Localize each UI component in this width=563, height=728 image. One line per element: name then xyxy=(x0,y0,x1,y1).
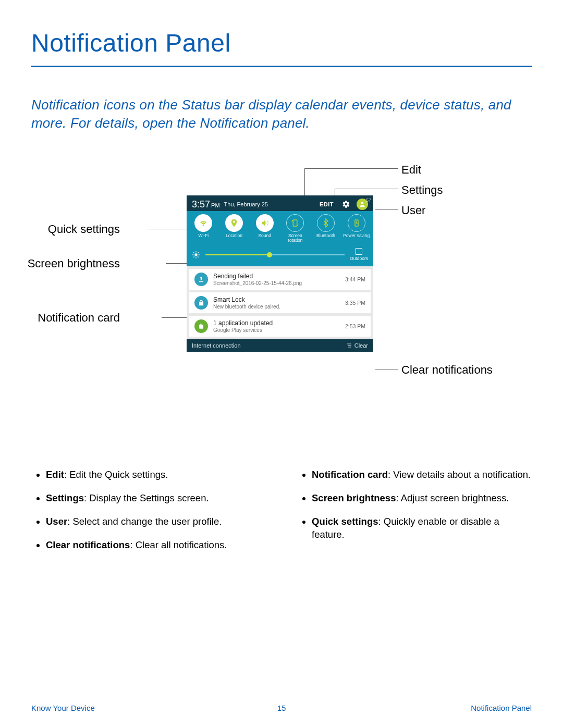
bullet-qs: Quick settings: Quickly enable or disabl… xyxy=(312,515,532,541)
bag-icon xyxy=(194,319,208,333)
svg-point-3 xyxy=(194,253,197,256)
upload-icon xyxy=(194,273,208,286)
card-time: 3:44 PM xyxy=(345,276,365,282)
status-date: Thu, February 25 xyxy=(224,201,268,207)
svg-rect-1 xyxy=(293,220,298,226)
card-time: 2:53 PM xyxy=(345,323,365,329)
quick-settings-row: Wi-Fi Location Sound Screen rotation Blu… xyxy=(187,211,373,244)
gear-icon[interactable] xyxy=(341,200,350,209)
callout-quick-settings: Quick settings xyxy=(48,223,120,236)
footer-right: Notification Panel xyxy=(471,704,532,712)
connector xyxy=(335,189,398,189)
lock-icon xyxy=(194,296,208,310)
bullets-right: Notification card: View details about a … xyxy=(297,468,532,562)
bullet-clear: Clear notifications: Clear all notificat… xyxy=(46,539,266,552)
qs-location[interactable]: Location xyxy=(221,214,248,243)
title-rule xyxy=(31,66,532,67)
bullet-brightness: Screen brightness: Adjust screen brightn… xyxy=(312,492,532,505)
battery-badge: 57 xyxy=(366,198,371,203)
bullets-columns: Edit: Edit the Quick settings. Settings:… xyxy=(31,468,532,562)
page-title: Notification Panel xyxy=(31,29,532,57)
connector xyxy=(166,263,188,264)
bullet-settings: Settings: Display the Settings screen. xyxy=(46,492,266,505)
card-time: 3:35 PM xyxy=(345,300,365,306)
callout-settings: Settings xyxy=(401,183,443,197)
notification-card[interactable]: 1 application updatedGoogle Play service… xyxy=(189,316,371,337)
svg-point-0 xyxy=(361,202,364,205)
connector xyxy=(304,168,398,169)
phone-screenshot: 57 3:57PM Thu, February 25 EDIT Wi-Fi Lo… xyxy=(187,195,373,352)
connector xyxy=(162,317,188,318)
panel-footer: Internet connection Clear xyxy=(187,339,373,352)
qs-bluetooth[interactable]: Bluetooth xyxy=(312,214,340,243)
connector xyxy=(375,369,398,369)
callout-edit: Edit xyxy=(401,163,421,177)
diagram: Edit Settings User Quick settings Screen… xyxy=(31,161,532,406)
bullet-user: User: Select and change the user profile… xyxy=(46,515,266,528)
qs-power[interactable]: Power saving xyxy=(342,214,370,243)
qs-wifi[interactable]: Wi-Fi xyxy=(190,214,217,243)
page-footer: Know Your Device 15 Notification Panel xyxy=(31,704,532,712)
callout-notification-card: Notification card xyxy=(38,311,120,325)
footer-status: Internet connection xyxy=(192,342,241,349)
callout-user: User xyxy=(401,204,425,217)
intro-text: Notification icons on the Status bar dis… xyxy=(31,96,532,132)
brightness-icon xyxy=(192,251,200,259)
edit-button[interactable]: EDIT xyxy=(320,201,334,207)
callout-clear-notifications: Clear notifications xyxy=(401,363,493,377)
connector xyxy=(147,229,188,229)
footer-page-number: 15 xyxy=(277,704,286,712)
brightness-slider[interactable] xyxy=(205,254,345,255)
clear-button[interactable]: Clear xyxy=(346,342,368,349)
status-time: 3:57PM xyxy=(192,199,220,210)
qs-rotation[interactable]: Screen rotation xyxy=(282,214,309,243)
footer-left: Know Your Device xyxy=(31,704,95,712)
bullet-edit: Edit: Edit the Quick settings. xyxy=(46,468,266,482)
outdoors-checkbox[interactable]: Outdoors xyxy=(350,248,368,261)
bullets-left: Edit: Edit the Quick settings. Settings:… xyxy=(31,468,266,562)
notification-card[interactable]: Smart LockNew bluetooth device paired. 3… xyxy=(189,292,371,313)
bullet-notif-card: Notification card: View details about a … xyxy=(312,468,532,482)
qs-sound[interactable]: Sound xyxy=(251,214,278,243)
connector xyxy=(375,209,398,209)
connector xyxy=(304,168,305,197)
callout-screen-brightness: Screen brightness xyxy=(28,257,120,270)
status-bar: 3:57PM Thu, February 25 EDIT xyxy=(187,195,373,211)
brightness-row: Outdoors xyxy=(187,244,373,266)
notification-card[interactable]: Sending failedScreenshot_2016-02-25-15-4… xyxy=(189,269,371,290)
notification-list: Sending failedScreenshot_2016-02-25-15-4… xyxy=(187,266,373,339)
